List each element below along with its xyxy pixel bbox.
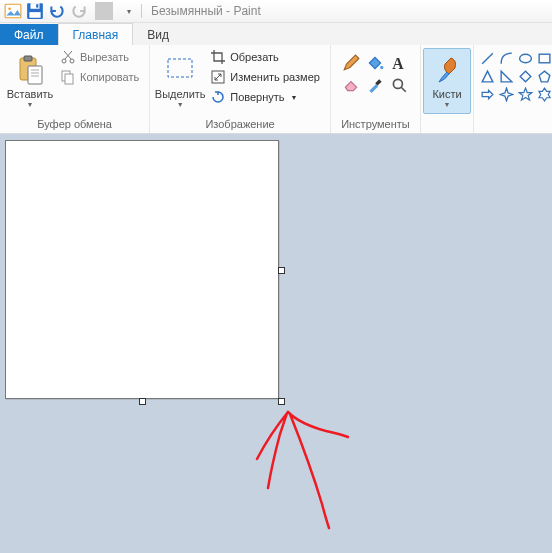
shape-oval-icon[interactable]	[518, 51, 533, 66]
qat-dropdown-icon[interactable]: ▾	[120, 2, 138, 20]
svg-point-13	[70, 59, 74, 63]
group-clipboard: Вставить▼ Вырезать Копировать Буфер обме…	[0, 45, 150, 133]
svg-line-25	[482, 53, 493, 64]
color-picker-icon[interactable]	[366, 76, 384, 94]
save-icon[interactable]	[26, 2, 44, 20]
shape-pentagon-icon[interactable]	[537, 69, 552, 84]
svg-point-1	[8, 7, 11, 10]
group-label-tools: Инструменты	[337, 116, 414, 133]
ribbon: Вставить▼ Вырезать Копировать Буфер обме…	[0, 45, 552, 134]
resize-button[interactable]: Изменить размер	[206, 68, 324, 86]
svg-line-14	[65, 51, 72, 59]
cut-button[interactable]: Вырезать	[56, 48, 143, 66]
eraser-icon[interactable]	[342, 76, 360, 94]
text-icon[interactable]: A	[390, 54, 408, 72]
title-bar: ▾ Безымянный - Paint	[0, 0, 552, 23]
group-shapes	[474, 45, 552, 133]
ribbon-tabs: Файл Главная Вид	[0, 23, 552, 45]
brushes-button[interactable]: Кисти▼	[423, 48, 471, 114]
group-image: Выделить▼ Обрезать Изменить размер Повер…	[150, 45, 331, 133]
shape-triangle-icon[interactable]	[480, 69, 495, 84]
svg-rect-4	[36, 4, 38, 7]
canvas[interactable]	[5, 140, 279, 399]
magnifier-icon[interactable]	[390, 76, 408, 94]
paste-button[interactable]: Вставить▼	[6, 48, 54, 114]
pencil-icon[interactable]	[342, 54, 360, 72]
svg-point-12	[62, 59, 66, 63]
quick-access-toolbar: ▾	[4, 2, 138, 20]
rotate-icon	[210, 89, 226, 105]
tab-file[interactable]: Файл	[0, 24, 58, 45]
svg-rect-8	[28, 66, 42, 84]
group-label-clipboard: Буфер обмена	[6, 116, 143, 133]
resize-icon	[210, 69, 226, 85]
copy-button[interactable]: Копировать	[56, 68, 143, 86]
svg-text:A: A	[393, 55, 405, 72]
svg-rect-0	[5, 4, 21, 18]
workspace[interactable]	[0, 134, 552, 553]
svg-point-20	[381, 66, 384, 69]
svg-line-24	[402, 87, 407, 92]
svg-point-23	[394, 79, 403, 88]
svg-line-15	[64, 51, 71, 59]
svg-point-26	[520, 54, 532, 63]
fill-icon[interactable]	[366, 54, 384, 72]
group-brushes: Кисти▼	[421, 45, 474, 133]
group-label-image: Изображение	[156, 116, 324, 133]
undo-icon[interactable]	[48, 2, 66, 20]
resize-handle-se[interactable]	[278, 398, 285, 405]
svg-rect-27	[539, 54, 550, 63]
shape-curve-icon[interactable]	[499, 51, 514, 66]
shape-rect-icon[interactable]	[537, 51, 552, 66]
resize-handle-s[interactable]	[139, 398, 146, 405]
rotate-button[interactable]: Повернуть ▼	[206, 88, 324, 106]
copy-icon	[60, 69, 76, 85]
crop-icon	[210, 49, 226, 65]
resize-handle-e[interactable]	[278, 267, 285, 274]
svg-rect-5	[29, 12, 40, 18]
svg-rect-7	[24, 56, 32, 61]
group-tools: A Инструменты	[331, 45, 421, 133]
tab-view[interactable]: Вид	[133, 24, 183, 45]
svg-rect-17	[65, 74, 73, 84]
shape-line-icon[interactable]	[480, 51, 495, 66]
svg-rect-18	[168, 59, 192, 77]
shape-arrow-right-icon[interactable]	[480, 87, 495, 102]
scissors-icon	[60, 49, 76, 65]
redo-icon[interactable]	[70, 2, 88, 20]
shape-star4-icon[interactable]	[499, 87, 514, 102]
tab-home[interactable]: Главная	[58, 23, 134, 45]
shape-star5-icon[interactable]	[518, 87, 533, 102]
crop-button[interactable]: Обрезать	[206, 48, 324, 66]
shape-star6-icon[interactable]	[537, 87, 552, 102]
app-icon	[4, 2, 22, 20]
select-button[interactable]: Выделить▼	[156, 48, 204, 114]
window-title: Безымянный - Paint	[151, 4, 261, 18]
shape-right-triangle-icon[interactable]	[499, 69, 514, 84]
shape-diamond-icon[interactable]	[518, 69, 533, 84]
